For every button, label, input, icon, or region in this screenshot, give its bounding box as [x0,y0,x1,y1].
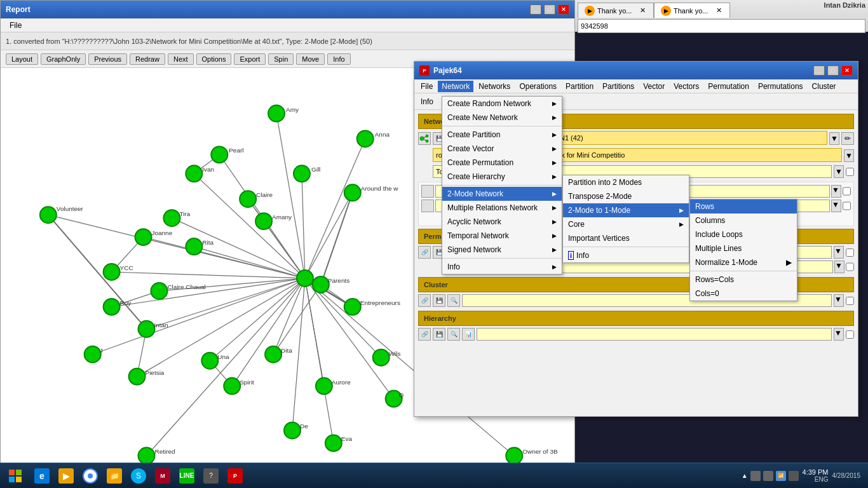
pajek-menu-vectors[interactable]: Vectors [670,81,703,92]
cluster-search-1[interactable]: 🔍 [447,294,460,307]
report-close-btn[interactable]: ✕ [558,4,569,15]
menu-temporal[interactable]: Temporal Network ▶ [442,229,562,243]
submenu-2mode-to-1mode[interactable]: 2-Mode to 1-Mode ▶ [563,203,689,217]
hier-field[interactable] [477,328,832,341]
deep-cols-zero[interactable]: Cols=0 [690,287,797,301]
perm-dd[interactable]: ▼ [834,246,844,259]
pajek-menu-partition[interactable]: Partition [562,81,597,92]
network-dropdown-btn-2[interactable]: ▼ [844,149,854,162]
taskbar-unknown[interactable]: ? [200,466,222,486]
menu-info[interactable]: Info ▶ [442,260,562,274]
graphonly-btn[interactable]: GraphOnly [41,53,86,65]
next-btn[interactable]: Next [168,53,194,65]
taskbar-line[interactable]: LINE [175,466,198,486]
pajek-menu-cluster[interactable]: Cluster [808,81,840,92]
menu-create-hierarchy[interactable]: Create Hierarchy ▶ [442,170,562,184]
hier-cb[interactable] [846,330,854,339]
pajek-menu-vector[interactable]: Vector [639,81,668,92]
menu-create-permutation[interactable]: Create Permutation ▶ [442,156,562,170]
redraw-btn[interactable]: Redraw [130,53,165,65]
menu-create-vector[interactable]: Create Vector ▶ [442,142,562,156]
pajek-menu-networks[interactable]: Networks [475,81,514,92]
pajek-menu-permutation[interactable]: Permutation [704,81,753,92]
deep-columns[interactable]: Columns [690,214,797,227]
deep-rows-cols[interactable]: Rows=Cols [690,273,797,287]
taskbar-skype[interactable]: S [127,466,150,486]
deep-normalize[interactable]: Normalize 1-Mode ▶ [690,255,797,269]
hier-search-1[interactable]: 🔍 [447,328,460,341]
tab-close-2[interactable]: ✕ [714,6,723,15]
perm-icon-1[interactable]: 🔗 [418,246,431,259]
pajek-menu-operations[interactable]: Operations [515,81,560,92]
tab-close-1[interactable]: ✕ [638,6,647,15]
part-icon-2[interactable] [421,200,434,212]
start-button[interactable] [3,466,28,486]
submenu-partition-2modes[interactable]: Partition into 2 Modes [563,175,689,189]
taskbar-ie[interactable]: e [31,466,53,486]
part-dd-2[interactable]: ▼ [831,200,841,212]
pajek-close-btn[interactable]: ✕ [841,65,853,76]
cluster-cb[interactable] [846,297,854,305]
part-icon-1[interactable] [421,185,434,198]
pajek-minimize-btn[interactable]: _ [813,65,825,76]
cluster-save-1[interactable]: 💾 [433,294,445,307]
submenu-important-vertices[interactable]: Important Vertices [563,231,689,245]
taskbar-date[interactable]: 4/28/2015 [832,472,861,479]
network-edit-btn-1[interactable]: ✏ [841,132,854,145]
report-menu-file[interactable]: File [4,20,27,31]
pajek-menu-file[interactable]: File [417,81,437,92]
report-minimize-btn[interactable]: _ [530,4,541,15]
options-btn[interactable]: Options [196,53,232,65]
deep-multiple-lines[interactable]: Multiple Lines [690,241,797,255]
menu-create-random[interactable]: Create Random Network ▶ [442,97,562,111]
deep-include-loops[interactable]: Include Loops [690,227,797,241]
pajek-maximize-btn[interactable]: □ [827,65,839,76]
taskbar-files[interactable]: 📁 [103,466,126,486]
previous-btn[interactable]: Previous [88,53,127,65]
deep-rows[interactable]: Rows [690,200,797,214]
pajek-toolbar-info[interactable]: Info [417,96,437,107]
taskbar-media[interactable]: ▶ [55,466,78,486]
submenu-info[interactable]: i Info [563,248,689,262]
perm-dd-2[interactable]: ▼ [834,261,844,273]
part-cb-2[interactable] [843,200,851,212]
export-btn[interactable]: Export [234,53,266,65]
cluster-dd[interactable]: ▼ [834,294,844,307]
hier-dd[interactable]: ▼ [834,328,844,341]
perm-cb-2[interactable] [846,261,854,273]
network-checkbox-1[interactable] [846,168,854,176]
hier-save-1[interactable]: 💾 [433,328,445,341]
up-arrow-icon[interactable]: ▲ [742,472,748,479]
cluster-icon-1[interactable]: 🔗 [418,294,431,307]
hier-icon-1[interactable]: 🔗 [418,328,431,341]
browser-tab-1[interactable]: ▶ Thank yo... ✕ [578,3,654,18]
browser-addressbar[interactable]: 9342598 [578,19,865,33]
menu-acyclic[interactable]: Acyclic Network ▶ [442,215,562,229]
move-btn[interactable]: Move [296,53,325,65]
pajek-menu-partitions[interactable]: Partitions [599,81,638,92]
taskbar-chrome[interactable] [79,466,102,486]
menu-signed[interactable]: Signed Network ▶ [442,243,562,257]
menu-create-partition[interactable]: Create Partition ▶ [442,128,562,142]
submenu-core[interactable]: Core ▶ [563,217,689,231]
info-btn[interactable]: Info [327,53,350,65]
taskbar-mendeley[interactable]: M [151,466,174,486]
menu-2mode-network[interactable]: 2-Mode Network ▶ [442,187,562,201]
submenu-transpose[interactable]: Transpose 2-Mode [563,189,689,203]
menu-create-new[interactable]: Create New Network ▶ [442,111,562,125]
network-dropdown-btn-1[interactable]: ▼ [829,132,839,145]
menu-multiple-relations[interactable]: Multiple Relations Network ▶ [442,201,562,215]
network-icon-btn-1[interactable] [418,132,431,145]
part-dd-1[interactable]: ▼ [831,185,841,198]
report-maximize-btn[interactable]: □ [544,4,555,15]
part-cb-1[interactable] [843,185,851,198]
network-dropdown-btn-3[interactable]: ▼ [834,165,844,178]
hier-extra-1[interactable]: 📊 [462,328,475,341]
pajek-menu-permutations[interactable]: Permutations [754,81,807,92]
taskbar-pajek[interactable]: P [224,466,247,486]
spin-btn[interactable]: Spin [268,53,294,65]
layout-btn[interactable]: Layout [6,53,38,65]
taskbar-time[interactable]: 4:39 PM ENG [803,468,829,483]
browser-tab-2[interactable]: ▶ Thank yo... ✕ [654,3,730,18]
perm-cb[interactable] [846,248,854,257]
